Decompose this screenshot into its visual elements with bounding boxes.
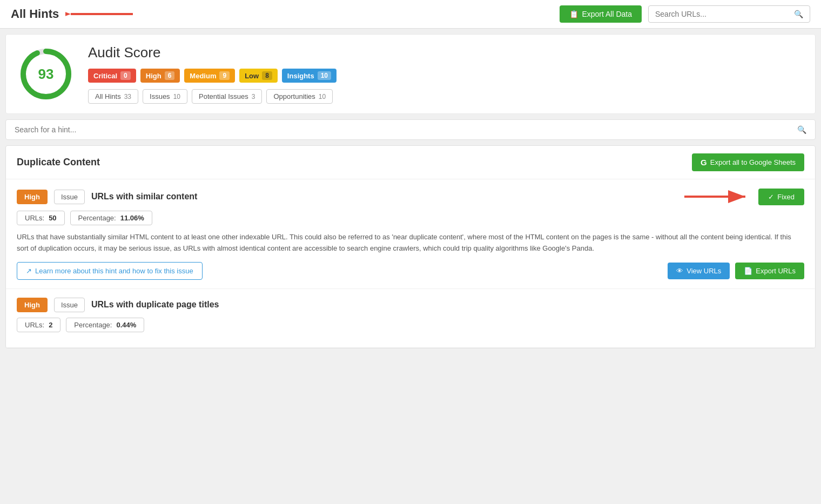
badge-high[interactable]: High 6 [140,69,180,83]
badge-insights-label: Insights [287,72,314,80]
severity-badges: Critical 0 High 6 Medium 9 Low 8 Insight… [88,69,802,83]
duplicate-content-section: Duplicate Content G Export all to Google… [5,145,816,348]
eye-icon: 👁 [676,267,683,275]
search-urls-input[interactable] [655,10,790,18]
top-bar-left: All Hints [11,5,136,23]
fixed-button[interactable]: ✓ Fixed [758,189,804,205]
left-arrow-icon [65,5,136,23]
filter-all-hints[interactable]: All Hints 33 [88,89,138,104]
badge-medium-count: 9 [219,71,230,80]
right-arrow-icon [682,188,752,205]
audit-score-title: Audit Score [88,44,802,61]
badge-insights[interactable]: Insights 10 [282,69,337,83]
stat-percentage-1: Percentage: 11.06% [70,211,152,225]
hint-actions-1: ↗ Learn more about this hint and how to … [17,262,804,280]
stat-percentage-2: Percentage: 0.44% [66,318,144,332]
search-icon: 🔍 [794,10,803,18]
filter-issues[interactable]: Issues 10 [143,89,187,104]
audit-score-section: 93 Audit Score Critical 0 High 6 Medium … [5,34,816,114]
section-header: Duplicate Content G Export all to Google… [6,146,815,179]
audit-info: Audit Score Critical 0 High 6 Medium 9 L… [88,44,802,104]
hint-search-bar: 🔍 [5,119,816,140]
stat-urls-2: URLs: 2 [17,318,60,332]
view-urls-button-1[interactable]: 👁 View URLs [668,263,730,279]
severity-tag-high-1[interactable]: High [17,190,48,204]
issue-type-tag-2: Issue [54,298,85,312]
export-urls-button-1[interactable]: 📄 Export URLs [735,263,804,279]
top-bar-right: 📋 Export All Data 🔍 [560,5,810,23]
severity-tag-high-2[interactable]: High [17,298,48,312]
hint-stats-1: URLs: 50 Percentage: 11.06% [17,211,804,225]
hint-stats-2: URLs: 2 Percentage: 0.44% [17,318,804,332]
hint-row-duplicate-titles: High Issue URLs with duplicate page titl… [6,289,815,348]
learn-more-link-1[interactable]: ↗ Learn more about this hint and how to … [17,262,203,280]
hint-search-input[interactable] [15,125,792,134]
badge-critical-label: Critical [93,72,117,80]
file-export-icon: 📄 [744,267,752,275]
google-icon: G [701,158,707,167]
search-urls-wrap: 🔍 [648,5,810,23]
export-sheets-button[interactable]: G Export all to Google Sheets [692,153,804,171]
hint-search-icon: 🔍 [797,125,806,134]
filter-opportunities[interactable]: Opportunities 10 [266,89,333,104]
check-icon: ✓ [768,193,774,201]
badge-low-label: Low [245,72,259,80]
badge-low[interactable]: Low 8 [239,69,278,83]
badge-critical[interactable]: Critical 0 [88,69,136,83]
audit-score-value: 93 [38,66,54,83]
badge-medium[interactable]: Medium 9 [184,69,235,83]
badge-low-count: 8 [262,71,272,80]
hint-row-header-2: High Issue URLs with duplicate page titl… [17,298,804,312]
hint-name-1: URLs with similar content [91,192,675,201]
hint-row-header-1: High Issue URLs with similar content ✓ F… [17,188,804,205]
badge-critical-count: 0 [120,71,131,80]
stat-urls-1: URLs: 50 [17,211,65,225]
badge-high-label: High [146,72,161,80]
section-title: Duplicate Content [17,157,100,168]
filter-potential-issues[interactable]: Potential Issues 3 [192,89,262,104]
hint-description-1: URLs that have substantially similar HTM… [17,232,804,254]
hint-name-2: URLs with duplicate page titles [91,300,804,310]
badge-insights-count: 10 [318,71,331,80]
donut-chart: 93 [19,47,73,101]
badge-medium-label: Medium [190,72,216,80]
external-link-icon: ↗ [26,267,32,275]
filter-buttons: All Hints 33 Issues 10 Potential Issues … [88,89,802,104]
hint-row-similar-content: High Issue URLs with similar content ✓ F… [6,179,815,289]
hint-action-btns-1: 👁 View URLs 📄 Export URLs [668,263,804,279]
badge-high-count: 6 [165,71,175,80]
export-icon: 📋 [569,10,578,18]
top-bar: All Hints 📋 Export All Data 🔍 [0,0,821,29]
page-title: All Hints [11,7,59,21]
export-all-button[interactable]: 📋 Export All Data [560,5,642,23]
issue-type-tag-1: Issue [54,190,85,204]
